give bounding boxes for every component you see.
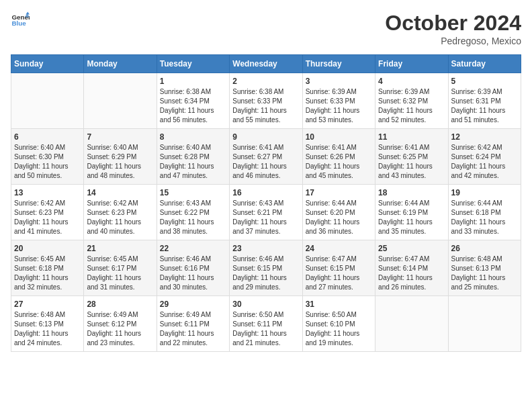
calendar-cell: 14Sunrise: 6:42 AM Sunset: 6:23 PM Dayli… xyxy=(84,185,157,240)
calendar-cell xyxy=(375,296,448,352)
calendar-cell: 17Sunrise: 6:44 AM Sunset: 6:20 PM Dayli… xyxy=(302,185,375,240)
day-number: 18 xyxy=(378,188,445,197)
day-number: 15 xyxy=(160,188,226,197)
day-number: 17 xyxy=(306,188,372,197)
day-info: Sunrise: 6:46 AM Sunset: 6:16 PM Dayligh… xyxy=(160,255,226,292)
day-info: Sunrise: 6:42 AM Sunset: 6:23 PM Dayligh… xyxy=(14,199,81,236)
location-subtitle: Pedregoso, Mexico xyxy=(385,36,521,46)
calendar-cell: 26Sunrise: 6:48 AM Sunset: 6:13 PM Dayli… xyxy=(448,240,521,296)
week-row-0: 1Sunrise: 6:38 AM Sunset: 6:34 PM Daylig… xyxy=(11,73,521,129)
calendar-cell: 10Sunrise: 6:41 AM Sunset: 6:26 PM Dayli… xyxy=(302,129,375,185)
calendar-cell: 16Sunrise: 6:43 AM Sunset: 6:21 PM Dayli… xyxy=(230,185,302,240)
day-number: 6 xyxy=(14,132,81,142)
day-number: 26 xyxy=(451,244,518,253)
calendar-cell: 20Sunrise: 6:45 AM Sunset: 6:18 PM Dayli… xyxy=(11,240,84,296)
page-header: General Blue October 2024 Pedregoso, Mex… xyxy=(11,11,521,46)
day-number: 16 xyxy=(232,188,299,197)
day-info: Sunrise: 6:41 AM Sunset: 6:27 PM Dayligh… xyxy=(232,143,299,181)
day-number: 5 xyxy=(451,77,518,86)
day-number: 31 xyxy=(306,300,372,309)
header-monday: Monday xyxy=(84,55,157,73)
day-number: 14 xyxy=(87,188,153,197)
day-number: 10 xyxy=(306,132,372,142)
day-info: Sunrise: 6:40 AM Sunset: 6:28 PM Dayligh… xyxy=(160,143,226,181)
day-number: 3 xyxy=(306,77,372,86)
day-number: 9 xyxy=(232,132,299,142)
day-info: Sunrise: 6:46 AM Sunset: 6:15 PM Dayligh… xyxy=(232,255,299,292)
day-number: 30 xyxy=(232,300,299,309)
day-info: Sunrise: 6:49 AM Sunset: 6:12 PM Dayligh… xyxy=(87,310,153,348)
title-block: October 2024 Pedregoso, Mexico xyxy=(385,11,521,46)
calendar-cell: 18Sunrise: 6:44 AM Sunset: 6:19 PM Dayli… xyxy=(375,185,448,240)
calendar-cell: 23Sunrise: 6:46 AM Sunset: 6:15 PM Dayli… xyxy=(230,240,302,296)
calendar-cell: 21Sunrise: 6:45 AM Sunset: 6:17 PM Dayli… xyxy=(84,240,157,296)
header-wednesday: Wednesday xyxy=(230,55,302,73)
day-info: Sunrise: 6:42 AM Sunset: 6:23 PM Dayligh… xyxy=(87,199,153,236)
calendar-cell: 1Sunrise: 6:38 AM Sunset: 6:34 PM Daylig… xyxy=(157,73,229,129)
header-friday: Friday xyxy=(375,55,448,73)
calendar-cell: 6Sunrise: 6:40 AM Sunset: 6:30 PM Daylig… xyxy=(11,129,84,185)
day-info: Sunrise: 6:50 AM Sunset: 6:10 PM Dayligh… xyxy=(306,310,372,348)
day-info: Sunrise: 6:45 AM Sunset: 6:17 PM Dayligh… xyxy=(87,255,153,292)
day-number: 22 xyxy=(160,244,226,253)
calendar-cell: 5Sunrise: 6:39 AM Sunset: 6:31 PM Daylig… xyxy=(448,73,521,129)
day-info: Sunrise: 6:44 AM Sunset: 6:20 PM Dayligh… xyxy=(306,199,372,236)
calendar-cell: 8Sunrise: 6:40 AM Sunset: 6:28 PM Daylig… xyxy=(157,129,229,185)
day-number: 11 xyxy=(378,132,445,142)
day-info: Sunrise: 6:50 AM Sunset: 6:11 PM Dayligh… xyxy=(232,310,299,348)
calendar-cell: 19Sunrise: 6:44 AM Sunset: 6:18 PM Dayli… xyxy=(448,185,521,240)
day-number: 23 xyxy=(232,244,299,253)
day-info: Sunrise: 6:44 AM Sunset: 6:18 PM Dayligh… xyxy=(451,199,518,236)
day-info: Sunrise: 6:47 AM Sunset: 6:15 PM Dayligh… xyxy=(306,255,372,292)
calendar-cell: 31Sunrise: 6:50 AM Sunset: 6:10 PM Dayli… xyxy=(302,296,375,352)
day-number: 8 xyxy=(160,132,226,142)
logo: General Blue xyxy=(11,11,30,30)
day-number: 25 xyxy=(378,244,445,253)
day-number: 2 xyxy=(232,77,299,86)
calendar-cell: 30Sunrise: 6:50 AM Sunset: 6:11 PM Dayli… xyxy=(230,296,302,352)
calendar-cell: 11Sunrise: 6:41 AM Sunset: 6:25 PM Dayli… xyxy=(375,129,448,185)
calendar-cell: 22Sunrise: 6:46 AM Sunset: 6:16 PM Dayli… xyxy=(157,240,229,296)
week-row-4: 27Sunrise: 6:48 AM Sunset: 6:13 PM Dayli… xyxy=(11,296,521,352)
calendar-cell: 24Sunrise: 6:47 AM Sunset: 6:15 PM Dayli… xyxy=(302,240,375,296)
day-number: 19 xyxy=(451,188,518,197)
calendar-header-row: SundayMondayTuesdayWednesdayThursdayFrid… xyxy=(11,55,521,73)
calendar-cell: 12Sunrise: 6:42 AM Sunset: 6:24 PM Dayli… xyxy=(448,129,521,185)
month-title: October 2024 xyxy=(385,11,521,36)
week-row-1: 6Sunrise: 6:40 AM Sunset: 6:30 PM Daylig… xyxy=(11,129,521,185)
day-number: 21 xyxy=(87,244,153,253)
day-number: 7 xyxy=(87,132,153,142)
day-info: Sunrise: 6:39 AM Sunset: 6:32 PM Dayligh… xyxy=(378,87,445,125)
calendar-cell xyxy=(448,296,521,352)
day-info: Sunrise: 6:39 AM Sunset: 6:31 PM Dayligh… xyxy=(451,87,518,125)
day-info: Sunrise: 6:38 AM Sunset: 6:33 PM Dayligh… xyxy=(232,87,299,125)
day-number: 1 xyxy=(160,77,226,86)
calendar-cell: 9Sunrise: 6:41 AM Sunset: 6:27 PM Daylig… xyxy=(230,129,302,185)
day-number: 12 xyxy=(451,132,518,142)
day-number: 28 xyxy=(87,300,153,309)
calendar-cell: 3Sunrise: 6:39 AM Sunset: 6:33 PM Daylig… xyxy=(302,73,375,129)
day-number: 4 xyxy=(378,77,445,86)
calendar-cell: 25Sunrise: 6:47 AM Sunset: 6:14 PM Dayli… xyxy=(375,240,448,296)
calendar-cell: 7Sunrise: 6:40 AM Sunset: 6:29 PM Daylig… xyxy=(84,129,157,185)
day-number: 29 xyxy=(160,300,226,309)
day-info: Sunrise: 6:49 AM Sunset: 6:11 PM Dayligh… xyxy=(160,310,226,348)
calendar-cell xyxy=(11,73,84,129)
header-saturday: Saturday xyxy=(448,55,521,73)
calendar-cell: 15Sunrise: 6:43 AM Sunset: 6:22 PM Dayli… xyxy=(157,185,229,240)
day-info: Sunrise: 6:40 AM Sunset: 6:29 PM Dayligh… xyxy=(87,143,153,181)
day-info: Sunrise: 6:40 AM Sunset: 6:30 PM Dayligh… xyxy=(14,143,81,181)
calendar-cell: 27Sunrise: 6:48 AM Sunset: 6:13 PM Dayli… xyxy=(11,296,84,352)
svg-text:Blue: Blue xyxy=(11,19,26,27)
day-info: Sunrise: 6:45 AM Sunset: 6:18 PM Dayligh… xyxy=(14,255,81,292)
day-number: 24 xyxy=(306,244,372,253)
calendar-cell: 13Sunrise: 6:42 AM Sunset: 6:23 PM Dayli… xyxy=(11,185,84,240)
day-number: 27 xyxy=(14,300,81,309)
day-info: Sunrise: 6:38 AM Sunset: 6:34 PM Dayligh… xyxy=(160,87,226,125)
day-info: Sunrise: 6:43 AM Sunset: 6:21 PM Dayligh… xyxy=(232,199,299,236)
day-info: Sunrise: 6:43 AM Sunset: 6:22 PM Dayligh… xyxy=(160,199,226,236)
calendar-cell: 29Sunrise: 6:49 AM Sunset: 6:11 PM Dayli… xyxy=(157,296,229,352)
calendar-cell: 28Sunrise: 6:49 AM Sunset: 6:12 PM Dayli… xyxy=(84,296,157,352)
header-tuesday: Tuesday xyxy=(157,55,229,73)
calendar-table: SundayMondayTuesdayWednesdayThursdayFrid… xyxy=(11,54,521,352)
